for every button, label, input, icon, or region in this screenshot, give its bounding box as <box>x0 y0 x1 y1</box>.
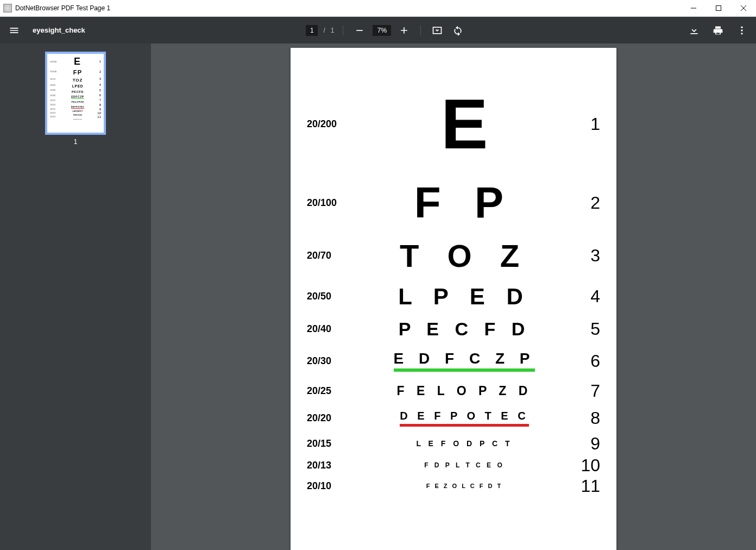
chart-row: 20/20D E F P O T E C8 <box>307 404 600 432</box>
line-number: 2 <box>568 193 600 213</box>
page-total: 1 <box>331 27 335 34</box>
page-number-input[interactable] <box>306 25 318 36</box>
page-separator: / <box>323 27 325 34</box>
thumbnail-label: 1 <box>74 138 78 146</box>
acuity-label: 20/10 <box>307 480 361 492</box>
toolbar-divider <box>420 26 421 35</box>
menu-button[interactable] <box>7 23 22 38</box>
chart-row: 20/50L P E D4 <box>307 279 600 314</box>
chart-row: 20/40P E C F D5 <box>307 314 600 344</box>
line-number: 4 <box>568 286 600 307</box>
chart-letters: L E F O D P C T <box>416 439 512 448</box>
fit-page-button[interactable] <box>430 23 445 38</box>
acuity-label: 20/15 <box>307 438 361 449</box>
line-number: 8 <box>568 408 600 428</box>
line-number: 7 <box>568 381 600 401</box>
window-minimize-button[interactable] <box>681 0 706 16</box>
line-number: 6 <box>568 351 600 371</box>
chart-letters: T O Z <box>400 238 529 274</box>
document-title: eyesight_check <box>33 26 85 34</box>
zoom-in-button[interactable] <box>396 23 412 38</box>
page-view[interactable]: 20/200E120/100F P220/70T O Z320/50L P E … <box>151 43 756 550</box>
line-number: 5 <box>568 319 600 339</box>
zoom-out-button[interactable] <box>352 23 367 38</box>
svg-rect-0 <box>716 6 721 11</box>
window-titlebar: DotNetBrowser PDF Test Page 1 <box>0 0 756 17</box>
pdf-page: 20/200E120/100F P220/70T O Z320/50L P E … <box>291 48 616 550</box>
acuity-label: 20/30 <box>307 355 361 367</box>
toolbar-divider <box>343 26 343 35</box>
window-title: DotNetBrowser PDF Test Page 1 <box>15 4 110 12</box>
chart-letters: E D F C Z P <box>394 350 536 372</box>
chart-row: 20/70T O Z3 <box>307 233 600 279</box>
svg-point-3 <box>741 29 742 31</box>
chart-letters: E <box>441 83 488 165</box>
more-menu-button[interactable] <box>734 23 749 38</box>
chart-letters: F E Z O L C F D T <box>426 483 503 489</box>
acuity-label: 20/20 <box>307 412 361 424</box>
page-thumbnail[interactable]: 20/200E120/100FP220/70TOZ320/50LPED420/4… <box>45 52 106 135</box>
app-icon <box>3 4 12 12</box>
chart-row: 20/15L E F O D P C T9 <box>307 432 600 455</box>
chart-row: 20/13F D P L T C E O10 <box>307 455 600 476</box>
chart-row: 20/200E1 <box>307 75 600 173</box>
download-button[interactable] <box>686 23 702 38</box>
pdf-viewer: eyesight_check / 1 7% <box>0 17 756 550</box>
acuity-label: 20/50 <box>307 291 361 302</box>
window-close-button[interactable] <box>731 0 756 16</box>
chart-letters: F P <box>414 178 514 228</box>
svg-point-2 <box>741 26 742 28</box>
line-number: 9 <box>568 434 600 454</box>
zoom-level[interactable]: 7% <box>373 25 391 36</box>
chart-row: 20/30E D F C Z P6 <box>307 344 600 378</box>
chart-row: 20/25F E L O P Z D7 <box>307 378 600 404</box>
thumbnail-sidebar[interactable]: 20/200E120/100FP220/70TOZ320/50LPED420/4… <box>0 43 151 550</box>
line-number: 3 <box>568 246 600 266</box>
window-maximize-button[interactable] <box>706 0 731 16</box>
acuity-label: 20/100 <box>307 197 361 209</box>
viewer-toolbar: eyesight_check / 1 7% <box>0 17 756 43</box>
chart-row: 20/10F E Z O L C F D T11 <box>307 476 600 496</box>
chart-letters: F D P L T C E O <box>424 461 505 469</box>
acuity-label: 20/40 <box>307 323 361 335</box>
acuity-label: 20/13 <box>307 460 361 471</box>
chart-row: 20/100F P2 <box>307 173 600 233</box>
chart-letters: D E F P O T E C <box>400 410 528 427</box>
line-number: 11 <box>568 476 600 496</box>
svg-point-4 <box>741 33 742 34</box>
chart-letters: P E C F D <box>399 318 530 340</box>
rotate-button[interactable] <box>450 23 465 38</box>
line-number: 1 <box>568 114 600 134</box>
print-button[interactable] <box>710 23 726 38</box>
acuity-label: 20/70 <box>307 250 361 261</box>
acuity-label: 20/25 <box>307 385 361 397</box>
chart-letters: L P E D <box>398 284 531 310</box>
chart-letters: F E L O P Z D <box>397 384 532 398</box>
acuity-label: 20/200 <box>307 118 361 130</box>
line-number: 10 <box>568 455 600 476</box>
